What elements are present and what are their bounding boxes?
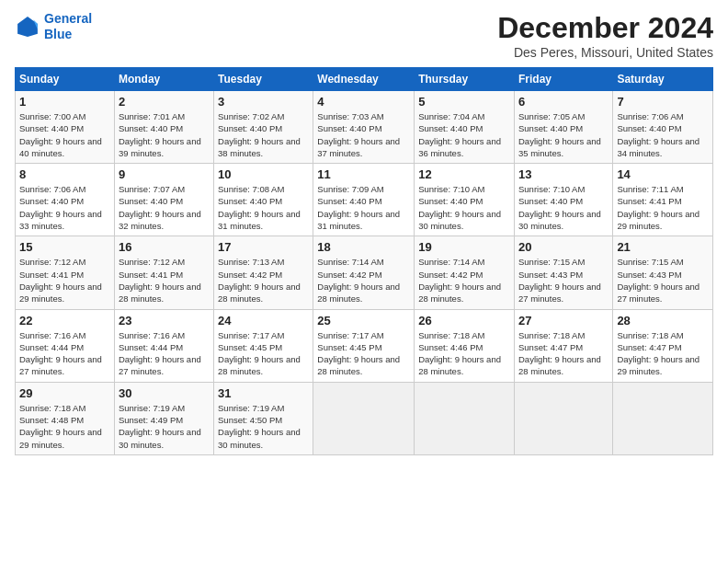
svg-marker-0 (17, 17, 38, 37)
table-row: 28 Sunrise: 7:18 AMSunset: 4:47 PMDaylig… (613, 309, 713, 382)
main-title: December 2024 (497, 11, 713, 45)
day-number: 24 (218, 314, 309, 327)
page: General Blue December 2024 Des Peres, Mi… (0, 0, 728, 563)
day-info: Sunrise: 7:14 AMSunset: 4:42 PMDaylight:… (317, 257, 400, 304)
week-row-1: 1 Sunrise: 7:00 AMSunset: 4:40 PMDayligh… (16, 91, 713, 164)
day-info: Sunrise: 7:08 AMSunset: 4:40 PMDaylight:… (218, 184, 301, 231)
table-row: 3 Sunrise: 7:02 AMSunset: 4:40 PMDayligh… (214, 91, 313, 164)
day-number: 3 (218, 95, 309, 109)
table-row: 29 Sunrise: 7:18 AMSunset: 4:48 PMDaylig… (16, 382, 115, 454)
day-info: Sunrise: 7:17 AMSunset: 4:45 PMDaylight:… (317, 330, 400, 377)
day-info: Sunrise: 7:16 AMSunset: 4:44 PMDaylight:… (19, 330, 102, 377)
calendar: Sunday Monday Tuesday Wednesday Thursday… (15, 67, 713, 455)
day-number: 20 (518, 240, 609, 254)
day-info: Sunrise: 7:18 AMSunset: 4:48 PMDaylight:… (19, 403, 102, 450)
day-number: 23 (119, 314, 210, 327)
table-row: 1 Sunrise: 7:00 AMSunset: 4:40 PMDayligh… (16, 91, 115, 164)
day-info: Sunrise: 7:12 AMSunset: 4:41 PMDaylight:… (119, 257, 201, 304)
table-row: 31 Sunrise: 7:19 AMSunset: 4:50 PMDaylig… (214, 382, 313, 454)
day-info: Sunrise: 7:18 AMSunset: 4:47 PMDaylight:… (518, 330, 601, 377)
day-number: 10 (218, 167, 309, 181)
day-info: Sunrise: 7:14 AMSunset: 4:42 PMDaylight:… (418, 257, 501, 304)
day-info: Sunrise: 7:03 AMSunset: 4:40 PMDaylight:… (317, 111, 400, 158)
week-row-5: 29 Sunrise: 7:18 AMSunset: 4:48 PMDaylig… (16, 382, 713, 454)
table-row: 14 Sunrise: 7:11 AMSunset: 4:41 PMDaylig… (613, 164, 713, 236)
day-info: Sunrise: 7:15 AMSunset: 4:43 PMDaylight:… (518, 257, 601, 304)
col-thursday: Thursday (415, 68, 515, 91)
col-sunday: Sunday (16, 68, 115, 91)
table-row: 13 Sunrise: 7:10 AMSunset: 4:40 PMDaylig… (514, 164, 612, 236)
day-info: Sunrise: 7:06 AMSunset: 4:40 PMDaylight:… (617, 111, 700, 158)
day-number: 1 (19, 95, 110, 109)
day-info: Sunrise: 7:09 AMSunset: 4:40 PMDaylight:… (317, 184, 400, 231)
table-row (313, 382, 415, 454)
header: General Blue December 2024 Des Peres, Mi… (15, 11, 713, 60)
day-info: Sunrise: 7:19 AMSunset: 4:50 PMDaylight:… (218, 403, 301, 450)
table-row (613, 382, 713, 454)
table-row: 6 Sunrise: 7:05 AMSunset: 4:40 PMDayligh… (514, 91, 612, 164)
day-number: 21 (617, 240, 709, 254)
table-row: 2 Sunrise: 7:01 AMSunset: 4:40 PMDayligh… (114, 91, 213, 164)
day-number: 27 (518, 314, 609, 327)
day-info: Sunrise: 7:00 AMSunset: 4:40 PMDaylight:… (19, 111, 102, 158)
day-number: 22 (19, 314, 110, 327)
day-number: 25 (317, 314, 410, 327)
day-info: Sunrise: 7:04 AMSunset: 4:40 PMDaylight:… (418, 111, 501, 158)
day-info: Sunrise: 7:06 AMSunset: 4:40 PMDaylight:… (19, 184, 102, 231)
table-row: 9 Sunrise: 7:07 AMSunset: 4:40 PMDayligh… (114, 164, 213, 236)
table-row: 4 Sunrise: 7:03 AMSunset: 4:40 PMDayligh… (313, 91, 415, 164)
logo: General Blue (15, 11, 92, 42)
table-row: 17 Sunrise: 7:13 AMSunset: 4:42 PMDaylig… (214, 236, 313, 309)
day-info: Sunrise: 7:02 AMSunset: 4:40 PMDaylight:… (218, 111, 301, 158)
day-info: Sunrise: 7:05 AMSunset: 4:40 PMDaylight:… (518, 111, 601, 158)
table-row (415, 382, 515, 454)
col-friday: Friday (514, 68, 612, 91)
day-number: 13 (518, 167, 609, 181)
day-number: 12 (418, 167, 510, 181)
day-number: 14 (617, 167, 709, 181)
day-number: 30 (119, 386, 210, 400)
table-row: 21 Sunrise: 7:15 AMSunset: 4:43 PMDaylig… (613, 236, 713, 309)
calendar-header-row: Sunday Monday Tuesday Wednesday Thursday… (16, 68, 713, 91)
day-info: Sunrise: 7:16 AMSunset: 4:44 PMDaylight:… (119, 330, 201, 377)
day-number: 17 (218, 240, 309, 254)
week-row-4: 22 Sunrise: 7:16 AMSunset: 4:44 PMDaylig… (16, 309, 713, 382)
table-row: 5 Sunrise: 7:04 AMSunset: 4:40 PMDayligh… (415, 91, 515, 164)
table-row: 11 Sunrise: 7:09 AMSunset: 4:40 PMDaylig… (313, 164, 415, 236)
table-row (514, 382, 612, 454)
day-info: Sunrise: 7:07 AMSunset: 4:40 PMDaylight:… (119, 184, 201, 231)
table-row: 12 Sunrise: 7:10 AMSunset: 4:40 PMDaylig… (415, 164, 515, 236)
day-info: Sunrise: 7:18 AMSunset: 4:46 PMDaylight:… (418, 330, 501, 377)
col-monday: Monday (114, 68, 213, 91)
table-row: 20 Sunrise: 7:15 AMSunset: 4:43 PMDaylig… (514, 236, 612, 309)
day-info: Sunrise: 7:11 AMSunset: 4:41 PMDaylight:… (617, 184, 700, 231)
table-row: 18 Sunrise: 7:14 AMSunset: 4:42 PMDaylig… (313, 236, 415, 309)
day-info: Sunrise: 7:10 AMSunset: 4:40 PMDaylight:… (518, 184, 601, 231)
col-tuesday: Tuesday (214, 68, 313, 91)
title-block: December 2024 Des Peres, Missouri, Unite… (497, 11, 713, 60)
day-number: 16 (119, 240, 210, 254)
col-wednesday: Wednesday (313, 68, 415, 91)
week-row-2: 8 Sunrise: 7:06 AMSunset: 4:40 PMDayligh… (16, 164, 713, 236)
table-row: 30 Sunrise: 7:19 AMSunset: 4:49 PMDaylig… (114, 382, 213, 454)
logo-icon (15, 14, 40, 40)
table-row: 25 Sunrise: 7:17 AMSunset: 4:45 PMDaylig… (313, 309, 415, 382)
day-info: Sunrise: 7:19 AMSunset: 4:49 PMDaylight:… (119, 403, 201, 450)
day-info: Sunrise: 7:01 AMSunset: 4:40 PMDaylight:… (119, 111, 201, 158)
table-row: 10 Sunrise: 7:08 AMSunset: 4:40 PMDaylig… (214, 164, 313, 236)
logo-line1: General (44, 11, 92, 26)
logo-line2: Blue (44, 27, 72, 41)
table-row: 24 Sunrise: 7:17 AMSunset: 4:45 PMDaylig… (214, 309, 313, 382)
day-number: 9 (119, 167, 210, 181)
day-number: 18 (317, 240, 410, 254)
table-row: 27 Sunrise: 7:18 AMSunset: 4:47 PMDaylig… (514, 309, 612, 382)
day-info: Sunrise: 7:10 AMSunset: 4:40 PMDaylight:… (418, 184, 501, 231)
table-row: 7 Sunrise: 7:06 AMSunset: 4:40 PMDayligh… (613, 91, 713, 164)
day-number: 31 (218, 386, 309, 400)
day-number: 4 (317, 95, 410, 109)
week-row-3: 15 Sunrise: 7:12 AMSunset: 4:41 PMDaylig… (16, 236, 713, 309)
logo-text: General Blue (44, 11, 92, 42)
day-number: 15 (19, 240, 110, 254)
table-row: 15 Sunrise: 7:12 AMSunset: 4:41 PMDaylig… (16, 236, 115, 309)
day-info: Sunrise: 7:17 AMSunset: 4:45 PMDaylight:… (218, 330, 301, 377)
